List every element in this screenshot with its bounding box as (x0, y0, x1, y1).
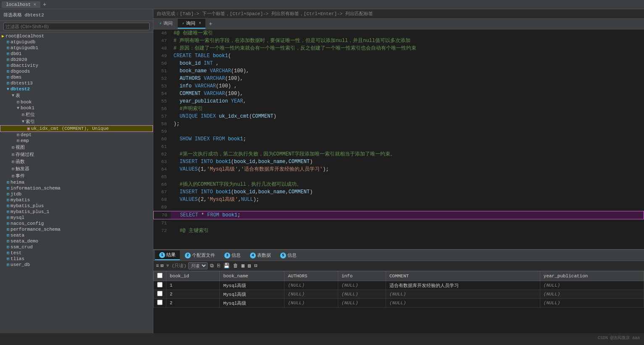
sidebar-item-tlias[interactable]: ⊞tlias (0, 256, 153, 262)
sidebar-item-triggers[interactable]: ⊞触发器 (0, 165, 153, 172)
sidebar-item-root[interactable]: ▶root@localhost (0, 33, 153, 39)
sidebar-item-uk_idx_cmt[interactable]: ▣uk_idx_cmt (COMMENT), Unique (0, 125, 153, 132)
code-line-69: 69 (153, 203, 644, 211)
sidebar-filter-input[interactable] (3, 23, 150, 30)
readonly-select[interactable]: 只读 (188, 262, 208, 269)
code-line-46: 46#@ 创建唯一索引 (153, 29, 644, 37)
sidebar-item-book1[interactable]: ▼book1 (0, 105, 153, 111)
line-content: COMMENT VARCHAR(100), (170, 90, 644, 97)
sidebar-item-jtdb[interactable]: ⊞jtdb (0, 191, 153, 197)
line-number: 49 (153, 52, 170, 60)
sidebar-item-db01[interactable]: ⊞db01 (0, 51, 153, 57)
tree-item-label: mybatis (11, 198, 30, 203)
toolbar-icon-grid2[interactable]: ▧ (247, 263, 252, 269)
code-line-68: 68 VALUES(2,'Mysql高级',NULL); (153, 196, 644, 203)
tree-item-label: nacos_config (11, 221, 44, 226)
line-number: 54 (153, 90, 170, 97)
sidebar-item-seata_demo[interactable]: ⊞seata_demo (0, 238, 153, 244)
sidebar-item-mybatis[interactable]: ⊞mybatis (0, 197, 153, 203)
sidebar-item-dbms[interactable]: ⊞dbms (0, 74, 153, 80)
sidebar-item-information_schema[interactable]: ⊞information_schema (0, 185, 153, 191)
sidebar-item-mybatis_plus[interactable]: ⊞mybatis_plus (0, 203, 153, 209)
sidebar-item-atguigudb[interactable]: ⊞atguigudb (0, 39, 153, 45)
table-row: 2Mysql高级(NULL)(NULL)(NULL)(NULL) (154, 299, 644, 308)
code-line-64: 64 VALUES(1,'Mysql高级','适合有数据库开发经验的人员学习')… (153, 166, 644, 173)
sidebar-item-cols[interactable]: ⊞栏位 (0, 111, 153, 118)
toolbar-icon-copy[interactable]: ⧉ (209, 263, 215, 269)
sidebar-item-indexes[interactable]: ▼索引 (0, 118, 153, 125)
window-tab[interactable]: localhost × (2, 1, 40, 8)
tree-expand-icon: ▼ (22, 119, 24, 124)
sidebar-item-emp[interactable]: ⊞emp (0, 138, 153, 144)
line-number: 66 (153, 181, 170, 188)
sidebar-item-book[interactable]: ⊞book (0, 99, 153, 105)
sidebar-item-dbgoods[interactable]: ⊞dbgoods (0, 68, 153, 74)
editor-tab-1[interactable]: ⚡询问× (178, 19, 205, 29)
sidebar-item-test[interactable]: ⊞test (0, 250, 153, 256)
sidebar-item-mysql[interactable]: ⊞mysql (0, 215, 153, 221)
sidebar-item-tables[interactable]: ▼表 (0, 92, 153, 99)
sidebar-item-events[interactable]: ⊞事件 (0, 172, 153, 179)
tree-item-label: dept (21, 132, 32, 137)
code-line-60: 60 SHOW INDEX FROM book1; (153, 135, 644, 143)
sidebar-item-dbactivity[interactable]: ⊞dbactivity (0, 63, 153, 68)
bottom-tab-label-1: 个配置文件 (192, 252, 215, 258)
bottom-tab-0[interactable]: 1结果 (155, 250, 180, 260)
sidebar-item-seata[interactable]: ⊞seata (0, 232, 153, 238)
sidebar-item-heima[interactable]: ⊞heima (0, 179, 153, 185)
toolbar-icon-save[interactable]: 💾 (223, 263, 231, 269)
toolbar-icon-grid1[interactable]: ▦ (241, 263, 245, 269)
add-editor-tab-btn[interactable]: + (206, 21, 215, 27)
toolbar-icon-grid3[interactable]: ⊟ (253, 263, 258, 269)
tree-item-label: emp (21, 138, 29, 143)
sidebar-item-db2020[interactable]: ⊞db2020 (0, 57, 153, 63)
toolbar-icon-paste[interactable]: ⎘ (216, 263, 221, 269)
sidebar-item-atguigudb1[interactable]: ⊞atguigudb1 (0, 45, 153, 51)
sidebar-item-nacos_config[interactable]: ⊞nacos_config (0, 221, 153, 226)
sidebar-item-procs[interactable]: ⊞存储过程 (0, 151, 153, 158)
sidebar-item-mybatis_plus_1[interactable]: ⊞mybatis_plus_1 (0, 209, 153, 215)
code-line-55: 55 year_publication YEAR, (153, 97, 644, 105)
sidebar-item-dept[interactable]: ⊞dept (0, 132, 153, 138)
row-checkbox-cell (154, 299, 166, 308)
tree-item-label: dbms (11, 75, 21, 80)
sidebar-item-views[interactable]: ⊞视图 (0, 144, 153, 151)
tree-expand-icon: ⊞ (7, 63, 9, 68)
sidebar-item-user_db[interactable]: ⊞user_db (0, 262, 153, 268)
code-line-54: 54 COMMENT VARCHAR(100), (153, 90, 644, 97)
sidebar-item-performance_schema[interactable]: ⊞performance_schema (0, 226, 153, 232)
editor-tab-close-1[interactable]: × (199, 21, 201, 26)
bottom-tab-num-2: 3 (224, 253, 230, 258)
sidebar-item-funcs[interactable]: ⊞函数 (0, 158, 153, 165)
editor-tab-0[interactable]: ⚡询问 (155, 19, 177, 29)
sidebar-item-ssm_crud[interactable]: ⊞ssm_crud (0, 244, 153, 250)
table-cell-book_name: Mysql高级 (220, 299, 284, 308)
add-window-btn[interactable]: + (40, 1, 49, 8)
line-number: 55 (153, 97, 170, 105)
sidebar-item-dbtest2[interactable]: ▼dbtest2 (0, 86, 153, 92)
row-checkbox[interactable] (157, 300, 163, 305)
bottom-tab-3[interactable]: 4表数据 (246, 251, 275, 260)
window-close[interactable]: × (33, 2, 36, 7)
bottom-tab-2[interactable]: 3信息 (220, 251, 245, 260)
line-number: 51 (153, 67, 170, 75)
row-checkbox-cell (154, 281, 166, 290)
right-content: 自动完成：[Tab]-> 下一个标签，[Ctrl+Space]-> 列出所有标签… (153, 9, 644, 333)
main-layout: 筛选表格 dbtest2 ▶root@localhost⊞atguigudb⊞a… (0, 9, 644, 333)
row-checkbox[interactable] (157, 291, 163, 296)
table-cell-AUTHORS: (NULL) (284, 290, 338, 299)
line-content: AUTHORS VARCHAR(100), (170, 75, 644, 82)
toolbar-icon-delete[interactable]: 🗑 (232, 263, 239, 269)
sidebar-filter-container (0, 21, 153, 32)
line-number: 50 (153, 60, 170, 67)
line-content: year_publication YEAR, (170, 97, 644, 105)
result-table-container[interactable]: book_idbook_nameAUTHORSinfoCOMMENTyear_p… (153, 271, 644, 333)
sidebar-item-dbtest13[interactable]: ⊞dbtest13 (0, 80, 153, 86)
bottom-tab-1[interactable]: 2个配置文件 (181, 251, 219, 260)
code-editor[interactable]: 46#@ 创建唯一索引47# 声明有唯一索引的字段，在添加数据时，要保证唯一性，… (153, 29, 644, 249)
bottom-tab-4[interactable]: 5信息 (276, 251, 301, 260)
row-checkbox[interactable] (157, 282, 163, 287)
table-cell-COMMENT: (NULL) (386, 290, 540, 299)
select-all-checkbox[interactable] (157, 273, 163, 278)
line-content: # 原因：创建了一个唯一性约束就会有一个唯一性索引，反之创建了一个唯一性索引也会… (170, 45, 644, 52)
